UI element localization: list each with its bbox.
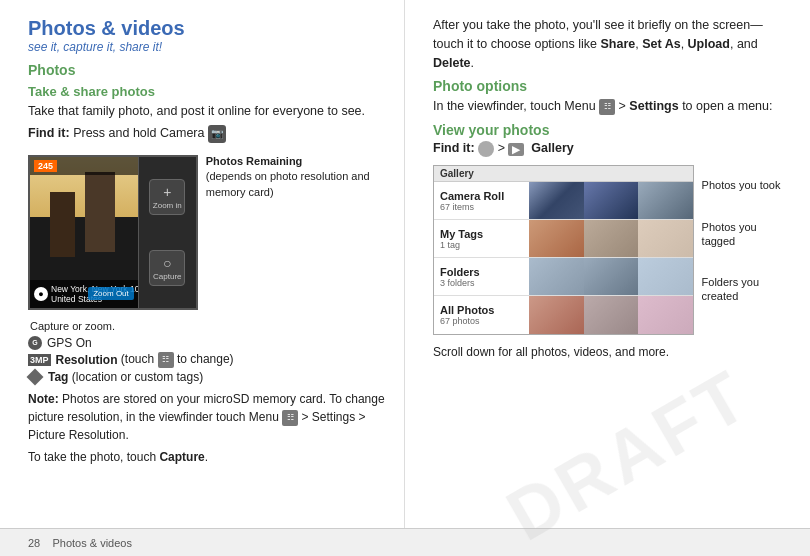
after-photo-body: After you take the photo, you'll see it … — [433, 16, 792, 72]
gallery-mockup: Gallery Camera Roll 67 items — [433, 165, 694, 335]
camera-roll-sub: 67 items — [440, 202, 523, 212]
my-tags-sub: 1 tag — [440, 240, 523, 250]
left-column: Photos & videos see it, capture it, shar… — [0, 0, 405, 528]
menu-icon-resolution: ☷ — [158, 352, 174, 368]
page-subtitle: see it, capture it, share it! — [28, 40, 386, 54]
thumb10 — [529, 296, 584, 334]
photos-took-callout: Photos you took — [702, 178, 792, 192]
right-column: After you take the photo, you'll see it … — [405, 0, 810, 528]
folders-sub: 3 folders — [440, 278, 523, 288]
camera-building2 — [50, 192, 75, 257]
capture-icon: ○ — [163, 255, 171, 271]
thumb4 — [529, 220, 584, 258]
page-number: 28 — [28, 537, 40, 549]
thumb6 — [638, 220, 693, 258]
camera-icon: 📷 — [208, 125, 226, 143]
gallery-label: Gallery — [531, 141, 573, 155]
resolution-sub: (touch ☷ to change) — [121, 352, 234, 368]
zoom-out-badge: Zoom Out — [88, 287, 134, 300]
gallery-mockup-area: Gallery Camera Roll 67 items — [433, 165, 792, 341]
take-photo-body: Take that family photo, and post it onli… — [28, 102, 386, 121]
tag-icon — [27, 368, 44, 385]
gallery-row-my-tags[interactable]: My Tags 1 tag — [434, 220, 693, 258]
camera-counter: 245 — [34, 160, 57, 172]
photo-options-text1: In the viewfinder, touch Menu — [433, 99, 599, 113]
thumb2 — [584, 182, 639, 220]
gps-label: GPS On — [47, 336, 92, 350]
resolution-label: Resolution — [56, 353, 118, 367]
camera-right-panel: + Zoom in ○ Capture — [138, 157, 196, 308]
camera-feature-list: G GPS On 3MP Resolution (touch ☷ to chan… — [28, 336, 386, 384]
thumb11 — [584, 296, 639, 334]
tag-label: Tag — [48, 370, 68, 384]
gallery-header: Gallery — [434, 166, 693, 182]
thumb5 — [584, 220, 639, 258]
find-it-label: Find it: — [28, 126, 70, 140]
note-block: Note: Photos are stored on your microSD … — [28, 390, 386, 444]
camera-mockup-area: 245 ● New York, New York 10006 United St… — [28, 149, 386, 314]
menu-icon-viewfinder: ☷ — [599, 99, 615, 115]
tag-sub: (location or custom tags) — [72, 370, 203, 384]
camera-building — [85, 172, 115, 252]
gallery-label-all-photos: All Photos 67 photos — [434, 300, 529, 330]
camera-callouts: Photos Remaining (depends on photo resol… — [206, 149, 386, 218]
gallery-label-my-tags: My Tags 1 tag — [434, 224, 529, 254]
photos-section-heading: Photos — [28, 62, 386, 78]
gallery-label-camera-roll: Camera Roll 67 items — [434, 186, 529, 216]
photos-tagged-callout: Photos you tagged — [702, 220, 792, 249]
gallery-word-icon: ▶ — [508, 143, 524, 156]
photo-options-heading: Photo options — [433, 78, 792, 94]
all-photos-thumb — [529, 296, 693, 334]
folders-title: Folders — [440, 266, 523, 278]
find-it-right-label: Find it: — [433, 141, 475, 155]
tag-feature-item: Tag (location or custom tags) — [28, 370, 386, 384]
zoom-in-icon: + — [163, 184, 171, 200]
zoom-in-label: Zoom in — [153, 201, 182, 210]
zoom-in-button[interactable]: + Zoom in — [149, 179, 185, 215]
thumb1 — [529, 182, 584, 220]
gps-feature-item: G GPS On — [28, 336, 386, 350]
take-share-heading: Take & share photos — [28, 84, 386, 99]
photo-options-text2: > Settings to open a menu: — [619, 99, 773, 113]
folders-thumb — [529, 258, 693, 296]
resolution-icon: 3MP — [28, 354, 51, 366]
scroll-down-text: Scroll down for all photos, videos, and … — [433, 345, 792, 359]
gallery-search-icon — [478, 141, 494, 157]
capture-button[interactable]: ○ Capture — [149, 250, 185, 286]
gallery-row-folders[interactable]: Folders 3 folders — [434, 258, 693, 296]
thumb8 — [584, 258, 639, 296]
menu-icon-note: ☷ — [282, 410, 298, 426]
capture-note-text: To take the photo, touch Capture. — [28, 450, 208, 464]
camera-roll-thumb — [529, 182, 693, 220]
gallery-row-camera-roll[interactable]: Camera Roll 67 items — [434, 182, 693, 220]
my-tags-title: My Tags — [440, 228, 523, 240]
all-photos-title: All Photos — [440, 304, 523, 316]
gps-dot-icon: ● — [34, 287, 48, 301]
photos-remaining-callout: Photos Remaining (depends on photo resol… — [206, 154, 386, 200]
photo-options-body: In the viewfinder, touch Menu ☷ > Settin… — [433, 97, 792, 116]
note-label: Note: — [28, 392, 59, 406]
find-it-camera-text: Press and hold Camera — [73, 126, 204, 140]
resolution-feature-item: 3MP Resolution (touch ☷ to change) — [28, 352, 386, 368]
page-title: Photos & videos — [28, 16, 386, 40]
view-photos-heading: View your photos — [433, 122, 792, 138]
section-label-footer: Photos & videos — [52, 537, 132, 549]
thumb3 — [638, 182, 693, 220]
camera-mockup: 245 ● New York, New York 10006 United St… — [28, 155, 198, 310]
folders-created-callout: Folders you created — [702, 275, 792, 304]
bottom-bar: 28 Photos & videos — [0, 528, 810, 556]
thumb12 — [638, 296, 693, 334]
capture-zoom-callout: Capture or zoom. — [30, 320, 386, 332]
photos-remaining-body: (depends on photo resolution and memory … — [206, 170, 370, 197]
find-it-arrow: > — [498, 141, 509, 155]
gallery-callouts: Photos you took Photos you tagged Folder… — [702, 165, 792, 317]
capture-note: To take the photo, touch Capture. — [28, 448, 386, 466]
gallery-row-all-photos[interactable]: All Photos 67 photos — [434, 296, 693, 334]
find-it-gallery: Find it: > ▶ Gallery — [433, 141, 792, 157]
capture-label: Capture — [153, 272, 181, 281]
photos-remaining-title: Photos Remaining — [206, 155, 303, 167]
gps-icon: G — [28, 336, 42, 350]
my-tags-thumb — [529, 220, 693, 258]
all-photos-sub: 67 photos — [440, 316, 523, 326]
thumb7 — [529, 258, 584, 296]
